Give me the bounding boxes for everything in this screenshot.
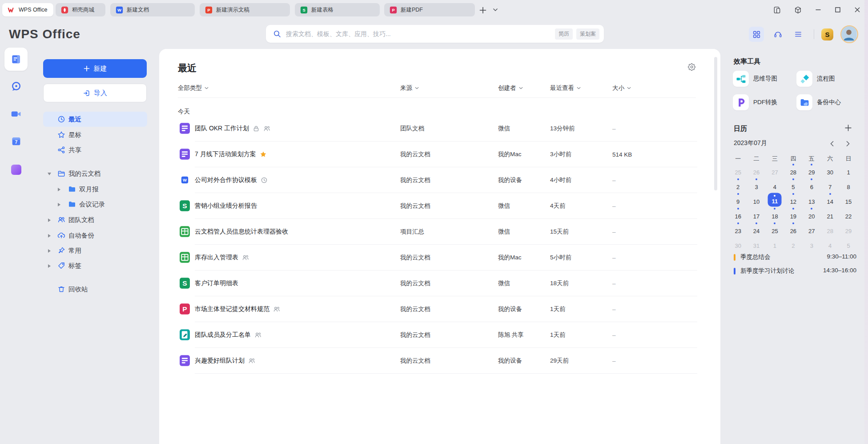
tool-backup[interactable]: 备份中心 xyxy=(796,94,841,110)
chevron-right-icon[interactable] xyxy=(47,233,52,238)
calendar-day[interactable]: 29 xyxy=(839,222,857,236)
calendar-day[interactable]: 7 xyxy=(821,178,839,192)
calendar-day[interactable]: 3 xyxy=(747,178,765,192)
calendar-day[interactable]: 26 xyxy=(784,222,802,236)
file-row[interactable]: W公司对外合作协议模板我的云文档我的设备4小时前– xyxy=(159,167,720,193)
calendar-event[interactable]: 季度总结会9:30–11:00 xyxy=(734,253,859,262)
apps-grid-icon[interactable] xyxy=(749,27,764,42)
calendar-day[interactable]: 6 xyxy=(803,178,821,192)
calendar-day[interactable]: 22 xyxy=(839,207,857,222)
rail-meeting-icon[interactable] xyxy=(4,102,28,125)
tool-flowchart[interactable]: 流程图 xyxy=(796,71,835,87)
sidebar-tree-folder-child[interactable]: 会议记录 xyxy=(43,197,147,212)
rail-docs-icon[interactable] xyxy=(4,48,28,71)
calendar-day[interactable]: 5 xyxy=(784,178,802,192)
chevron-right-icon[interactable] xyxy=(57,202,61,206)
file-row[interactable]: 7 月线下活动策划方案我的云文档我的Mac3小时前514 KB xyxy=(159,141,720,167)
chevron-down-icon[interactable] xyxy=(47,171,52,176)
tab-doc-4[interactable]: S新建表格 xyxy=(295,3,380,16)
tool-pdf-convert[interactable]: PDF转换 xyxy=(733,94,777,110)
calendar-day[interactable]: 4 xyxy=(821,236,839,251)
sidebar-item-clock[interactable]: 最近 xyxy=(43,112,147,127)
tab-doc-3[interactable]: P新建演示文稿 xyxy=(200,3,290,16)
calendar-day[interactable]: 28 xyxy=(784,163,802,178)
calendar-prev-icon[interactable] xyxy=(830,140,838,148)
tab-doc-2[interactable]: W新建文档 xyxy=(110,3,195,16)
file-row[interactable]: 云文档管人员信息统计表理器验收项目汇总微信15天前– xyxy=(159,219,720,245)
calendar-day[interactable]: 4 xyxy=(766,178,784,192)
sidebar-tree-folder-open[interactable]: 我的云文档 xyxy=(43,166,147,181)
calendar-day[interactable]: 8 xyxy=(839,178,857,192)
scrollbar-thumb[interactable] xyxy=(714,57,717,190)
calendar-day[interactable]: 2 xyxy=(784,236,802,251)
calendar-day[interactable]: 1 xyxy=(839,163,857,178)
calendar-day[interactable]: 27 xyxy=(803,222,821,236)
calendar-day[interactable]: 19 xyxy=(784,207,802,222)
calendar-day[interactable]: 30 xyxy=(821,163,839,178)
calendar-day[interactable]: 10 xyxy=(747,192,765,207)
svip-badge-icon[interactable]: S xyxy=(821,28,833,40)
calendar-day[interactable]: 17 xyxy=(747,207,765,222)
maximize-button[interactable] xyxy=(833,5,842,14)
new-document-button[interactable]: 新建 xyxy=(43,59,147,78)
calendar-day[interactable]: 30 xyxy=(729,236,747,251)
filter-3[interactable]: 最近查看 xyxy=(550,84,581,92)
close-button[interactable] xyxy=(853,5,862,14)
import-button[interactable]: 导入 xyxy=(43,84,147,102)
support-headset-icon[interactable] xyxy=(770,27,785,42)
calendar-day-selected[interactable]: 11 xyxy=(766,192,784,207)
minimize-button[interactable] xyxy=(814,5,823,14)
search-tag-0[interactable]: 简历 xyxy=(555,28,573,40)
calendar-day[interactable]: 28 xyxy=(821,222,839,236)
calendar-day[interactable]: 26 xyxy=(747,163,765,178)
file-row[interactable]: 团队 OKR 工作计划团队文档微信13分钟前– xyxy=(159,116,720,141)
filter-0[interactable]: 全部类型 xyxy=(178,84,209,92)
list-settings-gear-icon[interactable] xyxy=(687,63,696,71)
calendar-day[interactable]: 1 xyxy=(766,236,784,251)
user-avatar[interactable] xyxy=(840,25,858,43)
sidebar-item-star[interactable]: 星标 xyxy=(43,127,147,142)
file-row[interactable]: S客户订单明细表我的云文档微信18天前– xyxy=(159,270,720,296)
calendar-event[interactable]: 新季度学习计划讨论14:30–16:00 xyxy=(734,266,859,275)
tool-mindmap[interactable]: 思维导图 xyxy=(733,71,777,87)
calendar-day[interactable]: 31 xyxy=(747,236,765,251)
filter-4[interactable]: 大小 xyxy=(612,84,631,92)
main-menu-icon[interactable] xyxy=(791,27,806,42)
calendar-day[interactable]: 13 xyxy=(803,192,821,207)
sidebar-tree-tag[interactable]: 标签 xyxy=(43,258,147,273)
file-row[interactable]: S营销小组业绩分析报告我的云文档微信4天前– xyxy=(159,193,720,219)
calendar-day[interactable]: 20 xyxy=(803,207,821,222)
calendar-add-icon[interactable] xyxy=(844,124,852,132)
calendar-day[interactable]: 27 xyxy=(766,163,784,178)
calendar-next-icon[interactable] xyxy=(846,140,854,148)
rail-apps-icon[interactable] xyxy=(4,158,28,181)
search-input[interactable] xyxy=(285,30,555,38)
tab-home[interactable]: WPS Office xyxy=(2,3,53,16)
chevron-right-icon[interactable] xyxy=(57,187,61,191)
filter-1[interactable]: 来源 xyxy=(400,84,419,92)
rail-chat-icon[interactable] xyxy=(4,75,28,98)
rail-calendar-icon[interactable]: 7 xyxy=(4,129,28,153)
calendar-day[interactable]: 14 xyxy=(821,192,839,207)
chevron-right-icon[interactable] xyxy=(47,218,52,222)
calendar-day[interactable]: 5 xyxy=(839,236,857,251)
calendar-day[interactable]: 25 xyxy=(729,163,747,178)
sidebar-tree-cloud-backup[interactable]: 自动备份 xyxy=(43,228,147,243)
calendar-day[interactable]: 24 xyxy=(747,222,765,236)
calendar-day[interactable]: 12 xyxy=(784,192,802,207)
calendar-day[interactable]: 23 xyxy=(729,222,747,236)
calendar-day[interactable]: 21 xyxy=(821,207,839,222)
file-row[interactable]: 兴趣爱好组队计划我的云文档我的设备29天前– xyxy=(159,348,720,374)
sidebar-tree-folder-child[interactable]: 双月报 xyxy=(43,182,147,197)
search-tag-1[interactable]: 策划案 xyxy=(576,28,599,40)
calendar-day[interactable]: 18 xyxy=(766,207,784,222)
new-tab-button[interactable] xyxy=(478,5,488,15)
file-row[interactable]: P市场主体登记提交材料规范我的云文档我的设备1天前– xyxy=(159,296,720,322)
calendar-day[interactable]: 3 xyxy=(803,236,821,251)
chevron-right-icon[interactable] xyxy=(47,248,52,253)
tab-doc-1[interactable]: 稻壳商城 xyxy=(56,3,105,16)
sidebar-item-share[interactable]: 共享 xyxy=(43,142,147,157)
calendar-day[interactable]: 9 xyxy=(729,192,747,207)
calendar-day[interactable]: 29 xyxy=(803,163,821,178)
file-row[interactable]: 库存出入管理表我的云文档我的Mac5小时前– xyxy=(159,245,720,270)
